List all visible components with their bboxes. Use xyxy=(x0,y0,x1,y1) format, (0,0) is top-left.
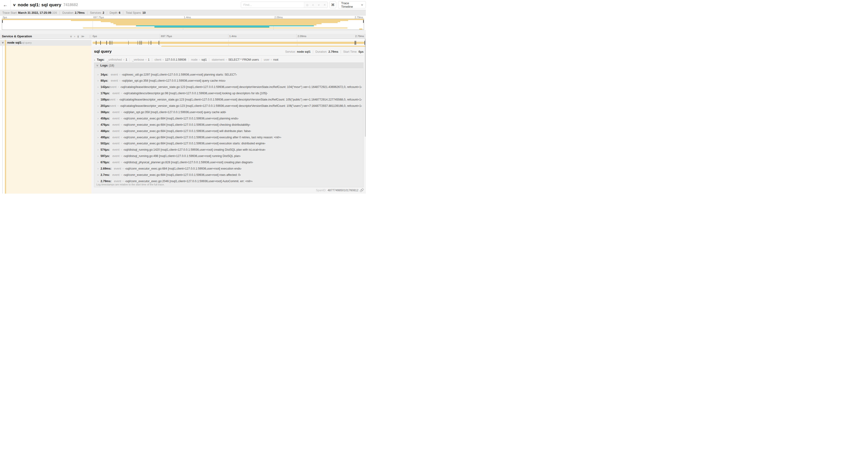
log-field-value: ‹sql/conn_executor_exec.go:684 [nsql1,cl… xyxy=(123,142,266,145)
log-entry-row[interactable]: ›476μs:event=‹sql/conn_executor_exec.go:… xyxy=(97,122,362,128)
span-row-timeline-cell[interactable] xyxy=(91,40,366,46)
log-field-key: event xyxy=(108,98,116,101)
log-entry-row[interactable]: ›142μs:event=‹sql/catalog/lease/descript… xyxy=(97,84,362,90)
page-scrollbar[interactable] xyxy=(365,39,366,137)
log-entry-row[interactable]: ›80μs:event=‹sql/plan_opt.go:358 [nsql1,… xyxy=(97,78,362,84)
log-entry-row[interactable]: ›459μs:event=‹sql/conn_executor_exec.go:… xyxy=(97,115,362,122)
logs-container: ∨ Logs (18) ›34μs:event=‹sql/exec_util.g… xyxy=(94,63,364,187)
log-entry-row[interactable]: ›574μs:event=‹sql/distsql_running.go:142… xyxy=(97,147,362,153)
log-marker-tick[interactable] xyxy=(128,41,129,45)
log-entry-row[interactable]: ›366μs:event=‹sql/plan_opt.go:358 [nsql1… xyxy=(97,109,362,115)
chevron-right-icon: › xyxy=(97,73,98,76)
log-entry-row[interactable]: ›176μs:event=‹sql/catalog/descs/descript… xyxy=(97,90,362,97)
equals-sign: = xyxy=(145,58,147,61)
tag-key: _verbose xyxy=(132,58,144,61)
tags-label: Tags: xyxy=(97,58,104,61)
span-operation-name: sql query xyxy=(21,41,32,44)
chevron-right-icon: › xyxy=(97,117,98,120)
back-button[interactable]: ← xyxy=(0,0,11,10)
equals-sign: = xyxy=(199,58,200,61)
logs-header[interactable]: ∨ Logs (18) xyxy=(94,63,363,68)
view-selector-button[interactable]: Trace Timeline ∨ xyxy=(338,1,366,8)
summary-item: Duration 2.79ms xyxy=(60,11,85,14)
log-field-value: ‹sql/plan_opt.go:358 [nsql1,client=127.0… xyxy=(122,79,226,82)
log-marker-tick[interactable] xyxy=(159,41,159,45)
log-entry-row[interactable]: ›201μs:event=‹sql/catalog/lease/descript… xyxy=(97,103,362,109)
tag-value: 127.0.0.1:59936 xyxy=(165,58,186,61)
span-graph-minimap[interactable] xyxy=(2,19,364,30)
chevron-down-icon[interactable]: ∨ xyxy=(316,3,322,6)
column-resizer-handle[interactable] xyxy=(90,35,91,38)
double-chevron-right-icon[interactable]: ≫ xyxy=(81,35,85,38)
summary-value: 6 xyxy=(119,11,120,14)
deep-link-icon[interactable] xyxy=(360,189,364,192)
log-field-value: ‹sql/catalog/lease/descriptor_version_st… xyxy=(120,85,362,89)
log-timestamp: 502μs: xyxy=(100,142,110,145)
equals-sign: = xyxy=(121,123,122,126)
section-divider xyxy=(0,30,366,34)
log-entry-row[interactable]: ›678μs:event=‹sql/distsql_physical_plann… xyxy=(97,159,362,166)
log-marker-tick[interactable] xyxy=(139,41,140,45)
log-marker-tick[interactable] xyxy=(106,41,107,45)
log-entry-row[interactable]: ›2.69ms:event=‹sql/conn_executor_exec.go… xyxy=(97,166,362,172)
log-marker-tick[interactable] xyxy=(100,41,101,45)
find-input[interactable] xyxy=(241,2,304,8)
log-marker-tick[interactable] xyxy=(355,41,356,45)
close-icon[interactable]: ✕ xyxy=(322,3,328,6)
log-marker-tick[interactable] xyxy=(141,41,142,45)
span-detail-title: sql query xyxy=(94,49,112,54)
equals-sign: = xyxy=(121,130,122,132)
summary-label: Services xyxy=(90,11,101,14)
log-entry-row[interactable]: ›189μs:event=‹sql/catalog/lease/descript… xyxy=(97,97,362,103)
log-entry-row[interactable]: ›34μs:event=‹sql/exec_util.go:2297 [nsql… xyxy=(97,71,362,78)
log-field-value: ‹sql/catalog/descs/descriptor.go:98 [nsq… xyxy=(123,92,268,95)
log-marker-tick[interactable] xyxy=(137,41,138,45)
view-selector-label: Trace Timeline xyxy=(341,1,360,8)
log-entry-row[interactable]: ›486μs:event=‹sql/conn_executor_exec.go:… xyxy=(97,128,362,134)
detail-row-tint xyxy=(5,46,91,194)
log-marker-tick[interactable] xyxy=(355,41,355,45)
log-field-value: ‹sql/catalog/lease/descriptor_version_st… xyxy=(120,104,362,107)
log-marker-tick[interactable] xyxy=(110,41,110,45)
log-timestamp: 597μs: xyxy=(100,154,110,158)
log-field-key: event xyxy=(113,161,120,164)
double-chevron-down-icon[interactable]: ∨∨ xyxy=(77,35,79,38)
span-collapse-icon[interactable]: ∨ xyxy=(2,41,4,44)
equals-sign: = xyxy=(119,79,120,82)
log-marker-tick[interactable] xyxy=(149,41,149,45)
chevron-down-icon[interactable]: ∨ xyxy=(70,35,72,38)
log-marker-tick[interactable] xyxy=(96,41,96,45)
log-marker-tick[interactable] xyxy=(140,41,141,45)
tag-item: _unfinished = 1 xyxy=(107,58,127,61)
summary-value: 10 xyxy=(142,11,146,14)
log-marker-tick[interactable] xyxy=(151,41,151,45)
log-field-key: event xyxy=(113,173,120,176)
log-entry-row[interactable]: ›502μs:event=‹sql/conn_executor_exec.go:… xyxy=(97,140,362,147)
log-field-key: event xyxy=(109,104,116,107)
minimap-axis-labels: 0μs697.75μs1.4ms2.09ms2.79ms xyxy=(2,16,364,19)
span-duration-bar[interactable] xyxy=(93,42,365,44)
chevron-right-icon: › xyxy=(97,79,98,82)
chevron-right-icon: › xyxy=(97,167,98,170)
collapse-trace-icon[interactable]: ∨ xyxy=(12,3,16,7)
log-entry-row[interactable]: ›597μs:event=‹sql/distsql_running.go:498… xyxy=(97,153,362,159)
time-tick-label: 0μs xyxy=(93,35,97,38)
chevron-up-icon[interactable]: ∧ xyxy=(310,3,316,6)
log-marker-tick[interactable] xyxy=(112,41,113,45)
span-row-name-cell[interactable]: ∨ node sql1 sql query xyxy=(0,40,91,46)
locate-icon[interactable]: ◎ xyxy=(304,3,310,6)
log-marker-tick[interactable] xyxy=(142,41,142,45)
log-field-value: ‹sql/exec_util.go:2297 [nsql1,client=127… xyxy=(122,73,237,76)
log-field-value: ‹sql/distsql_physical_planner.go:828 [ns… xyxy=(123,161,253,164)
tags-row[interactable]: › Tags: _unfinished = 1 _verbose = 1 cli… xyxy=(94,57,364,62)
summary-value: 2.79ms xyxy=(75,11,85,14)
logs-count: (18) xyxy=(109,64,114,67)
keyboard-shortcuts-button[interactable]: ⌘ xyxy=(330,1,336,8)
log-marker-tick[interactable] xyxy=(111,41,112,45)
log-entry-row[interactable]: ›2.7ms:event=‹sql/conn_executor_exec.go:… xyxy=(97,172,362,178)
chevron-right-icon[interactable]: › xyxy=(74,35,75,38)
log-entry-row[interactable]: ›495μs:event=‹sql/conn_executor_exec.go:… xyxy=(97,134,362,140)
log-field-key: event xyxy=(113,110,120,114)
log-field-key: event xyxy=(113,123,120,126)
span-detail-header: sql query Service: node sql1 Duration: 2… xyxy=(94,48,364,56)
